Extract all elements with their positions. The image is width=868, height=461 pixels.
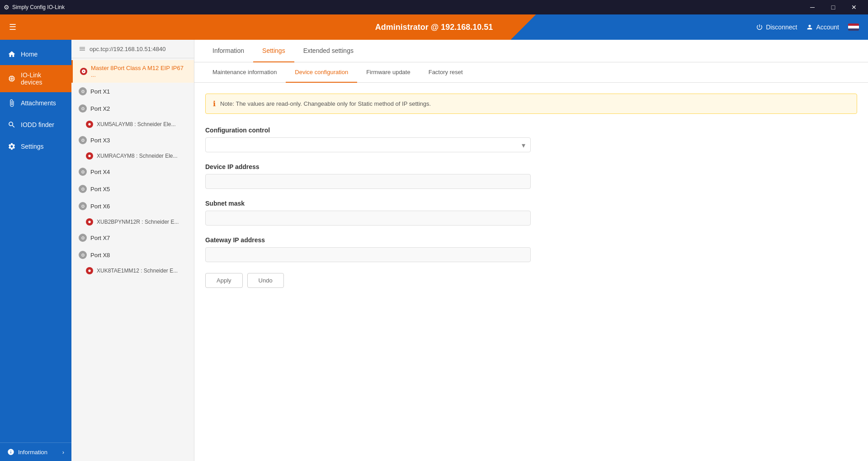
port-x3-sub-item[interactable]: XUMRACAYM8 : Schneider Ele... — [71, 149, 194, 163]
tab-maintenance[interactable]: Maintenance information — [203, 62, 286, 83]
tab-device-config[interactable]: Device configuration — [286, 62, 357, 83]
secondary-tabs: Maintenance information Device configura… — [194, 62, 868, 83]
disconnect-icon — [756, 24, 763, 31]
port-x2-item[interactable]: ⚙ Port X2 — [71, 100, 194, 117]
port-x8-item[interactable]: ⚙ Port X8 — [71, 246, 194, 263]
detail-panel: Information Settings Extended settings M… — [194, 40, 868, 461]
master-device-icon — [80, 68, 87, 75]
gateway-input[interactable] — [205, 247, 531, 262]
tab-factory-reset[interactable]: Factory reset — [420, 62, 472, 83]
app-icon: ⚙ — [4, 4, 9, 11]
tab-settings[interactable]: Settings — [253, 40, 294, 62]
panel-menu-icon — [79, 45, 86, 52]
port-x7-item[interactable]: ⚙ Port X7 — [71, 229, 194, 246]
sidebar: Home IO-Link devices — [0, 40, 71, 461]
note-icon: ℹ — [213, 99, 216, 108]
sidebar-footer[interactable]: Information › — [0, 442, 71, 461]
svg-point-2 — [88, 221, 90, 223]
config-control-group: Configuration control — [205, 127, 857, 152]
titlebar-left: ⚙ Simply Config IO-Link — [4, 4, 65, 11]
port-x6-sub-icon — [86, 218, 93, 226]
port-x8-sub-item[interactable]: XUK8TAE1MM12 : Schneider E... — [71, 263, 194, 278]
sidebar-item-settings[interactable]: Settings — [0, 136, 71, 157]
gateway-label: Gateway IP address — [205, 236, 857, 244]
sidebar-item-io-link[interactable]: IO-Link devices — [0, 65, 71, 92]
close-button[interactable]: ✕ — [844, 0, 864, 14]
port-x3-label: Port X3 — [90, 137, 110, 144]
tab-firmware[interactable]: Firmware update — [357, 62, 420, 83]
port-x2-sub-item[interactable]: XUM5ALAYM8 : Schneider Ele... — [71, 117, 194, 132]
port-x4-item[interactable]: ⚙ Port X4 — [71, 163, 194, 180]
subnet-mask-input[interactable] — [205, 211, 531, 226]
port-x6-sub-item[interactable]: XUB2BPYNM12R : Schneider E... — [71, 215, 194, 229]
port-x8-label: Port X8 — [90, 252, 110, 259]
device-list: Master 8Port Class A M12 EIP IP67 ... ⚙ … — [71, 58, 194, 280]
svg-point-1 — [88, 155, 90, 157]
content-area: ℹ Note: The values are read-only. Change… — [194, 83, 868, 461]
undo-button[interactable]: Undo — [247, 273, 284, 288]
config-control-label: Configuration control — [205, 127, 857, 134]
disconnect-label: Disconnect — [766, 24, 797, 31]
port-x3-icon: ⚙ — [79, 136, 87, 144]
disconnect-button[interactable]: Disconnect — [756, 24, 797, 31]
tab-information[interactable]: Information — [203, 40, 253, 62]
port-x7-label: Port X7 — [90, 235, 110, 241]
tab-factory-reset-label: Factory reset — [429, 69, 463, 75]
port-x5-label: Port X5 — [90, 186, 110, 193]
apply-button[interactable]: Apply — [205, 273, 243, 288]
tab-maintenance-label: Maintenance information — [212, 69, 277, 75]
config-control-select[interactable] — [205, 137, 531, 152]
account-icon — [806, 24, 813, 31]
maximize-button[interactable]: □ — [823, 0, 844, 14]
sidebar-item-attachments[interactable]: Attachments — [0, 92, 71, 114]
port-x4-icon: ⚙ — [79, 168, 87, 176]
port-x8-sub-label: XUK8TAE1MM12 : Schneider E... — [97, 268, 178, 274]
port-x3-sub-label: XUMRACAYM8 : Schneider Ele... — [97, 153, 178, 159]
device-panel-header: opc.tcp://192.168.10.51:4840 — [71, 40, 194, 58]
port-x1-item[interactable]: ⚙ Port X1 — [71, 83, 194, 100]
port-x3-item[interactable]: ⚙ Port X3 — [71, 132, 194, 149]
action-buttons: Apply Undo — [205, 273, 857, 288]
ip-address-label: Device IP address — [205, 163, 857, 170]
tab-extended-settings[interactable]: Extended settings — [294, 40, 363, 62]
sidebar-item-iodd[interactable]: IODD finder — [0, 114, 71, 136]
sidebar-item-home[interactable]: Home — [0, 43, 71, 65]
note-banner: ℹ Note: The values are read-only. Change… — [205, 94, 857, 114]
sidebar-item-label-settings: Settings — [21, 143, 44, 150]
svg-point-3 — [88, 269, 90, 272]
port-x6-sub-label: XUB2BPYNM12R : Schneider E... — [97, 219, 179, 225]
config-control-select-wrapper — [205, 137, 531, 152]
header-right: Disconnect Account — [756, 24, 859, 31]
port-x1-icon: ⚙ — [79, 87, 87, 95]
port-x2-icon: ⚙ — [79, 104, 87, 113]
minimize-button[interactable]: ─ — [802, 0, 823, 14]
port-x5-item[interactable]: ⚙ Port X5 — [71, 180, 194, 198]
sidebar-footer-arrow: › — [62, 449, 64, 456]
sidebar-item-label-iodd: IODD finder — [21, 121, 54, 128]
menu-icon[interactable]: ☰ — [9, 22, 16, 32]
port-x6-icon: ⚙ — [79, 202, 87, 210]
port-x6-label: Port X6 — [90, 203, 110, 210]
sidebar-item-label-attachments: Attachments — [21, 99, 56, 107]
header-title: Administrator @ 192.168.10.51 — [375, 23, 493, 32]
port-x2-label: Port X2 — [90, 105, 110, 112]
attachments-icon — [7, 99, 16, 108]
tab-extended-settings-label: Extended settings — [303, 47, 354, 54]
account-button[interactable]: Account — [806, 24, 839, 31]
port-x1-label: Port X1 — [90, 88, 110, 95]
master-device-item[interactable]: Master 8Port Class A M12 EIP IP67 ... — [71, 60, 194, 83]
ip-address-input[interactable] — [205, 174, 531, 189]
svg-point-0 — [88, 123, 90, 125]
tab-firmware-label: Firmware update — [366, 69, 410, 75]
ip-address-group: Device IP address — [205, 163, 857, 189]
gateway-group: Gateway IP address — [205, 236, 857, 262]
tab-information-label: Information — [212, 47, 244, 54]
sidebar-item-label-iolink: IO-Link devices — [21, 71, 64, 86]
port-x4-label: Port X4 — [90, 169, 110, 175]
sidebar-nav: Home IO-Link devices — [0, 40, 71, 157]
subnet-mask-label: Subnet mask — [205, 200, 857, 207]
tab-settings-label: Settings — [262, 47, 285, 54]
devices-icon — [7, 74, 16, 83]
language-flag[interactable] — [848, 24, 859, 31]
port-x6-item[interactable]: ⚙ Port X6 — [71, 198, 194, 215]
